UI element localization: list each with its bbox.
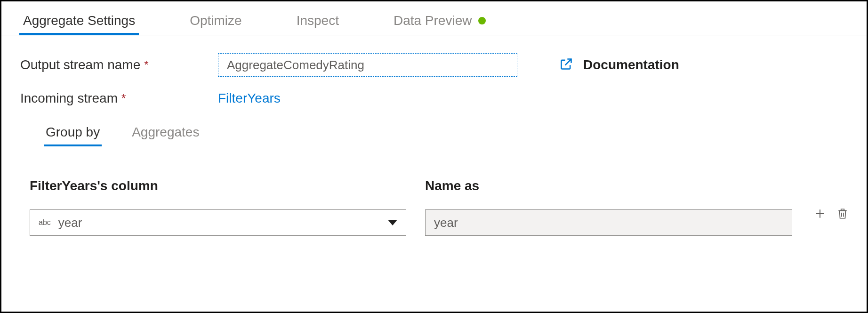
tab-label: Inspect bbox=[297, 13, 339, 28]
content-area: Output stream name * Documentation Incom… bbox=[1, 35, 867, 236]
main-tabs: Aggregate Settings Optimize Inspect Data… bbox=[1, 1, 867, 35]
type-badge-icon: abc bbox=[39, 218, 51, 227]
subtab-label: Aggregates bbox=[132, 125, 199, 139]
chevron-down-icon bbox=[388, 220, 397, 225]
incoming-stream-label: Incoming stream * bbox=[20, 91, 218, 106]
column-block: FilterYears's column abc year bbox=[30, 178, 406, 236]
name-as-input[interactable] bbox=[425, 209, 792, 236]
subtab-aggregates[interactable]: Aggregates bbox=[130, 120, 201, 146]
group-by-area: FilterYears's column abc year Name as bbox=[20, 178, 848, 236]
incoming-stream-row: Incoming stream * FilterYears bbox=[20, 91, 848, 106]
label-text: Output stream name bbox=[20, 57, 140, 72]
documentation-link[interactable]: Documentation bbox=[560, 57, 679, 72]
required-asterisk-icon: * bbox=[144, 58, 148, 72]
tab-label: Aggregate Settings bbox=[23, 13, 135, 28]
tab-label: Optimize bbox=[190, 13, 241, 28]
column-dropdown[interactable]: abc year bbox=[30, 209, 406, 236]
column-header: FilterYears's column bbox=[30, 178, 406, 193]
output-stream-input[interactable] bbox=[218, 53, 517, 77]
sub-tabs: Group by Aggregates bbox=[44, 120, 848, 146]
required-asterisk-icon: * bbox=[121, 92, 126, 105]
incoming-stream-value[interactable]: FilterYears bbox=[218, 91, 281, 106]
dropdown-value: year bbox=[58, 216, 380, 230]
documentation-text: Documentation bbox=[583, 57, 679, 72]
tab-inspect[interactable]: Inspect bbox=[293, 7, 343, 35]
delete-row-button[interactable] bbox=[836, 208, 849, 220]
subtab-group-by[interactable]: Group by bbox=[44, 120, 102, 146]
label-text: Incoming stream bbox=[20, 91, 118, 106]
name-as-block: Name as bbox=[425, 178, 792, 236]
name-as-header: Name as bbox=[425, 178, 792, 193]
tab-data-preview[interactable]: Data Preview bbox=[390, 7, 490, 35]
status-dot-icon bbox=[478, 17, 486, 24]
output-stream-label: Output stream name * bbox=[20, 57, 218, 72]
tab-optimize[interactable]: Optimize bbox=[186, 7, 245, 35]
tab-label: Data Preview bbox=[394, 13, 472, 28]
tab-aggregate-settings[interactable]: Aggregate Settings bbox=[19, 7, 139, 35]
row-actions bbox=[814, 208, 849, 220]
add-row-button[interactable] bbox=[814, 208, 826, 220]
subtab-label: Group by bbox=[46, 125, 100, 139]
external-link-icon bbox=[560, 57, 573, 72]
aggregate-settings-panel: Aggregate Settings Optimize Inspect Data… bbox=[0, 0, 868, 313]
output-stream-row: Output stream name * Documentation bbox=[20, 53, 848, 77]
